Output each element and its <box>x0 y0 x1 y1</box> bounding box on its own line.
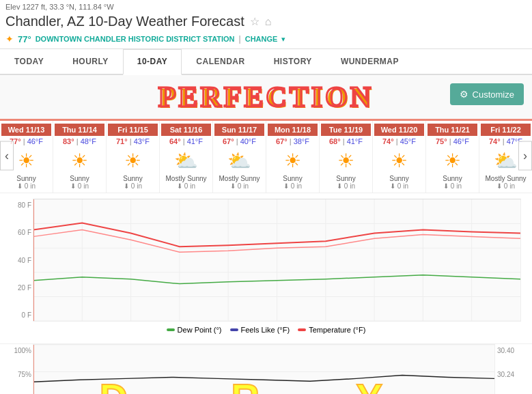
high-temp-4: 67° <box>223 137 234 145</box>
weather-desc-9: Mostly Sunny <box>481 175 531 182</box>
home-icon[interactable]: ⌂ <box>265 16 272 28</box>
day-temps-8: 75° | 46°F <box>428 136 477 147</box>
low-temp-3: 41°F <box>187 137 203 145</box>
day-col-8[interactable]: Thu 11/21 75° | 46°F ☀ Sunny ⬇ 0 in <box>426 121 479 193</box>
low-temp-1: 48°F <box>81 137 96 145</box>
precip-6: ⬇ 0 in <box>321 182 371 190</box>
weather-desc-0: Sunny <box>1 175 51 182</box>
precip-5: ⬇ 0 in <box>268 182 318 190</box>
precip-9: ⬇ 0 in <box>481 182 531 190</box>
weather-icon-1: ☀ <box>55 150 104 172</box>
favorite-icon[interactable]: ☆ <box>250 15 260 28</box>
day-temps-5: 67° | 38°F <box>268 136 318 147</box>
precip-7: ⬇ 0 in <box>374 182 424 190</box>
high-temp-2: 71° <box>116 137 128 145</box>
legend-temperature-label: Temperature (°F) <box>309 326 365 334</box>
precip-8: ⬇ 0 in <box>428 182 477 190</box>
low-temp-5: 38°F <box>294 137 309 145</box>
day-temps-6: 68° | 41°F <box>321 136 371 147</box>
day-col-2[interactable]: Fri 11/15 71° | 43°F ☀ Sunny ⬇ 0 in <box>107 121 160 193</box>
weather-desc-1: Sunny <box>55 175 104 182</box>
high-temp-8: 75° <box>436 137 447 145</box>
precip-0: ⬇ 0 in <box>1 182 51 190</box>
precip-3: ⬇ 0 in <box>161 182 211 190</box>
high-temp-6: 68° <box>329 137 341 145</box>
temperature-chart-area: 80 F 60 F 40 F 20 F 0 F <box>0 193 532 343</box>
perfection-text: PERFECTION <box>5 81 527 113</box>
y-label-r-3040: 30.40 <box>497 347 521 354</box>
y-label-60: 60 F <box>11 229 31 236</box>
temperature-chart-svg <box>33 199 520 321</box>
day-header-3: Sat 11/16 <box>161 124 211 136</box>
day-header-0: Wed 11/13 <box>1 124 51 136</box>
weather-icon-2: ☀ <box>108 150 158 172</box>
high-temp-1: 83° <box>63 137 74 145</box>
nav-tabs: TODAY HOURLY 10-DAY CALENDAR HISTORY WUN… <box>0 49 532 75</box>
tab-calendar[interactable]: CALENDAR <box>182 49 259 74</box>
low-temp-8: 46°F <box>453 137 469 145</box>
scroll-left-button[interactable]: ‹ <box>0 141 14 171</box>
separator: | <box>239 34 241 44</box>
station-name: DOWNTOWN CHANDLER HISTORIC DISTRICT STAT… <box>36 35 235 43</box>
weather-icon-6: ☀ <box>321 150 371 172</box>
day-header-4: Sun 11/17 <box>214 124 264 136</box>
tab-10day[interactable]: 10-DAY <box>123 49 182 75</box>
top-bar: Elev 1227 ft, 33.3 °N, 111.84 °W Chandle… <box>0 0 532 75</box>
legend-feelslike-color <box>230 328 238 331</box>
precip-2: ⬇ 0 in <box>108 182 158 190</box>
days-scroll-container: Wed 11/13 77° | 46°F ☀ Sunny ⬇ 0 in Thu … <box>0 119 532 193</box>
day-header-7: Wed 11/20 <box>374 124 424 136</box>
day-col-3[interactable]: Sat 11/16 64° | 41°F ⛅ Mostly Sunny ⬇ 0 … <box>160 121 213 193</box>
weather-icon-5: ☀ <box>268 150 318 172</box>
precip-chart-area: 100% 75% 50% 25% 0% <box>0 343 532 394</box>
gear-icon: ⚙ <box>460 89 468 100</box>
y-label-20: 20 F <box>11 284 31 292</box>
legend-dewpoint-label: Dew Point (°) <box>178 326 222 334</box>
legend-dewpoint: Dew Point (°) <box>167 326 222 334</box>
low-temp-2: 43°F <box>134 137 150 145</box>
tab-today[interactable]: TODAY <box>0 49 58 74</box>
tab-history[interactable]: HISTORY <box>260 49 326 74</box>
weather-desc-5: Sunny <box>268 175 318 182</box>
scroll-right-button[interactable]: › <box>518 141 532 171</box>
weather-icon-7: ☀ <box>374 150 424 172</box>
low-temp-0: 46°F <box>27 137 43 145</box>
legend-temperature-color <box>298 328 306 331</box>
day-col-7[interactable]: Wed 11/20 74° | 45°F ☀ Sunny ⬇ 0 in <box>373 121 426 193</box>
day-temps-2: 71° | 43°F <box>108 136 158 147</box>
elevation-info: Elev 1227 ft, 33.3 °N, 111.84 °W <box>5 3 527 11</box>
forecast-area: PERFECTION ⚙ Customize ‹ Wed 11/13 77° |… <box>0 75 532 193</box>
low-temp-4: 40°F <box>240 137 256 145</box>
y-label-0: 0 F <box>11 311 31 319</box>
day-col-6[interactable]: Tue 11/19 68° | 41°F ☀ Sunny ⬇ 0 in <box>320 121 373 193</box>
y-label-75pct: 75% <box>11 371 31 378</box>
customize-button[interactable]: ⚙ Customize <box>450 83 524 105</box>
customize-label: Customize <box>473 89 514 100</box>
weather-icon-4: ⛅ <box>214 150 264 172</box>
weather-desc-2: Sunny <box>108 175 158 182</box>
legend-feelslike: Feels Like (°F) <box>230 326 290 334</box>
weather-desc-3: Mostly Sunny <box>161 175 211 182</box>
days-container: Wed 11/13 77° | 46°F ☀ Sunny ⬇ 0 in Thu … <box>0 119 532 193</box>
legend-temperature: Temperature (°F) <box>298 326 365 334</box>
page-title: Chandler, AZ 10-Day Weather Forecast <box>5 14 244 29</box>
weather-icon-8: ☀ <box>428 150 477 172</box>
day-col-4[interactable]: Sun 11/17 67° | 40°F ⛅ Mostly Sunny ⬇ 0 … <box>213 121 266 193</box>
chevron-down-icon: ▾ <box>281 35 285 44</box>
day-header-9: Fri 11/22 <box>481 124 531 136</box>
day-temps-7: 74° | 45°F <box>374 136 424 147</box>
change-station-link[interactable]: CHANGE <box>245 35 278 43</box>
weather-icon-3: ⛅ <box>161 150 211 172</box>
day-header-8: Thu 11/21 <box>428 124 477 136</box>
day-col-5[interactable]: Mon 11/18 67° | 38°F ☀ Sunny ⬇ 0 in <box>266 121 320 193</box>
day-col-1[interactable]: Thu 11/14 83° | 48°F ☀ Sunny ⬇ 0 in <box>53 121 107 193</box>
weather-sun-icon: ✦ <box>5 33 14 44</box>
weather-desc-6: Sunny <box>321 175 371 182</box>
day-header-5: Mon 11/18 <box>268 124 318 136</box>
tab-hourly[interactable]: HOURLY <box>58 49 123 74</box>
weather-desc-4: Mostly Sunny <box>214 175 264 182</box>
high-temp-9: 74° <box>489 137 501 145</box>
precip-4: ⬇ 0 in <box>214 182 264 190</box>
tab-wundermap[interactable]: WUNDERMAP <box>326 49 413 74</box>
weather-desc-8: Sunny <box>428 175 477 182</box>
